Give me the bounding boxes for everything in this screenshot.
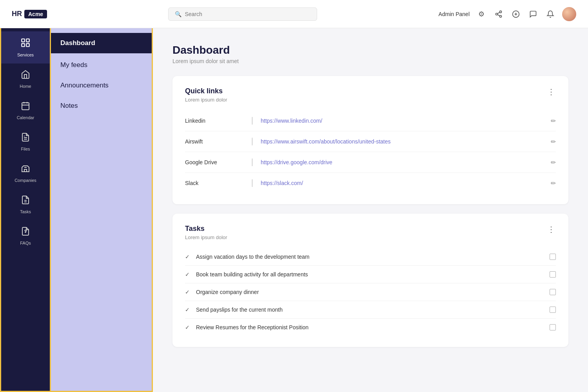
home-icon xyxy=(21,70,30,82)
quick-links-desc: Lorem ipsum dolor xyxy=(185,97,227,103)
quick-links-list: Linkedin https://www.linkedin.com/ ✏ Air… xyxy=(185,111,556,193)
sidebar-label-companies: Companies xyxy=(15,178,36,183)
list-item: ✓ Book team building activity for all de… xyxy=(185,266,556,283)
check-icon: ✓ xyxy=(185,271,190,278)
sidebar-label-faqs: FAQs xyxy=(20,241,31,245)
quick-links-title: Quick links xyxy=(185,87,227,95)
list-item: ✓ Organize company dinner xyxy=(185,283,556,301)
logo-acme-text: Acme xyxy=(24,10,47,18)
faqs-icon xyxy=(21,227,30,238)
svg-rect-18 xyxy=(24,169,27,172)
task-label: Organize company dinner xyxy=(196,289,550,295)
task-checkbox[interactable] xyxy=(550,271,556,278)
task-checkbox[interactable] xyxy=(550,289,556,295)
secondary-nav-dashboard[interactable]: Dashboard xyxy=(51,33,152,53)
secondary-nav-announcements[interactable]: Announcements xyxy=(51,75,152,96)
quick-links-card: Quick links Lorem ipsum dolor ⋮ Linkedin… xyxy=(172,76,568,204)
files-icon xyxy=(21,132,30,144)
svg-rect-12 xyxy=(22,103,29,110)
link-divider xyxy=(252,179,253,187)
list-item: ✓ Review Resumes for the Receptionist Po… xyxy=(185,319,556,336)
link-url-googledrive[interactable]: https://drive.google.com/drive xyxy=(261,159,546,165)
sidebar-item-companies[interactable]: Companies xyxy=(1,158,50,189)
svg-point-0 xyxy=(500,11,502,13)
services-icon xyxy=(20,38,31,50)
task-label: Assign vacation days to the development … xyxy=(196,254,550,260)
tasks-icon xyxy=(21,195,30,207)
link-name-slack: Slack xyxy=(185,180,244,186)
link-url-airswift[interactable]: https://www.airswift.com/about/locations… xyxy=(261,138,546,145)
calendar-icon xyxy=(21,101,30,113)
page-subtitle: Lorem ipsum dolor sit amet xyxy=(172,58,568,64)
secondary-nav-notes[interactable]: Notes xyxy=(51,96,152,116)
check-icon: ✓ xyxy=(185,324,190,330)
secondary-nav-my-feeds[interactable]: My feeds xyxy=(51,55,152,75)
search-icon: 🔍 xyxy=(175,11,181,17)
svg-rect-11 xyxy=(26,44,29,47)
svg-point-1 xyxy=(496,13,498,15)
svg-line-3 xyxy=(497,15,500,16)
edit-icon-airswift[interactable]: ✏ xyxy=(551,138,556,145)
svg-rect-9 xyxy=(26,39,29,42)
sidebar-item-files[interactable]: Files xyxy=(1,126,50,158)
list-item: Google Drive https://drive.google.com/dr… xyxy=(185,152,556,173)
message-icon[interactable] xyxy=(528,9,539,20)
sidebar-item-faqs[interactable]: FAQs xyxy=(1,220,50,252)
companies-icon xyxy=(21,164,30,176)
svg-rect-8 xyxy=(22,39,25,42)
tasks-title: Tasks xyxy=(185,225,227,233)
quick-links-header: Quick links Lorem ipsum dolor ⋮ xyxy=(185,87,556,103)
sidebar-item-services[interactable]: Services xyxy=(1,31,50,64)
topbar-right: Admin Panel ⚙ xyxy=(439,7,576,21)
edit-icon-slack[interactable]: ✏ xyxy=(551,180,556,187)
admin-panel-label: Admin Panel xyxy=(439,11,470,17)
tasks-header: Tasks Lorem ipsum dolor ⋮ xyxy=(185,225,556,240)
task-label: Book team building activity for all depa… xyxy=(196,271,550,278)
link-name-googledrive: Google Drive xyxy=(185,159,244,165)
tasks-list: ✓ Assign vacation days to the developmen… xyxy=(185,248,556,336)
gear-icon[interactable]: ⚙ xyxy=(476,9,487,20)
sidebar-item-home[interactable]: Home xyxy=(1,64,50,95)
tasks-desc: Lorem ipsum dolor xyxy=(185,234,227,240)
svg-rect-10 xyxy=(22,44,25,47)
logo[interactable]: HR Acme xyxy=(12,10,47,18)
logo-hr-text: HR xyxy=(12,10,22,18)
list-item: Linkedin https://www.linkedin.com/ ✏ xyxy=(185,111,556,131)
tasks-card: Tasks Lorem ipsum dolor ⋮ ✓ Assign vacat… xyxy=(172,214,568,347)
main-layout: Services Home Calendar xyxy=(0,28,588,392)
search-bar[interactable]: 🔍 xyxy=(168,7,317,21)
check-icon: ✓ xyxy=(185,307,190,313)
content-area: Dashboard Lorem ipsum dolor sit amet Qui… xyxy=(153,28,588,392)
sidebar-label-tasks: Tasks xyxy=(20,209,31,214)
svg-line-4 xyxy=(497,12,500,13)
list-item: ✓ Assign vacation days to the developmen… xyxy=(185,248,556,266)
list-item: Airswift https://www.airswift.com/about/… xyxy=(185,131,556,152)
topbar: HR Acme 🔍 Admin Panel ⚙ xyxy=(0,0,588,28)
add-circle-icon[interactable] xyxy=(510,9,521,20)
task-checkbox[interactable] xyxy=(550,324,556,330)
edit-icon-googledrive[interactable]: ✏ xyxy=(551,159,556,166)
link-divider xyxy=(252,117,253,125)
svg-point-2 xyxy=(500,15,502,17)
link-url-linkedin[interactable]: https://www.linkedin.com/ xyxy=(261,118,546,124)
list-item: ✓ Send payslips for the current month xyxy=(185,301,556,319)
task-checkbox[interactable] xyxy=(550,307,556,313)
link-divider xyxy=(252,158,253,166)
sidebar-item-calendar[interactable]: Calendar xyxy=(1,95,50,126)
link-url-slack[interactable]: https://slack.com/ xyxy=(261,180,546,186)
sidebar-item-tasks[interactable]: Tasks xyxy=(1,189,50,220)
sidebar-label-home: Home xyxy=(20,84,31,89)
tasks-menu-icon[interactable]: ⋮ xyxy=(547,225,556,234)
edit-icon-linkedin[interactable]: ✏ xyxy=(551,117,556,125)
avatar[interactable] xyxy=(562,7,576,21)
check-icon: ✓ xyxy=(185,254,190,260)
task-label: Review Resumes for the Receptionist Posi… xyxy=(196,324,550,330)
bell-icon[interactable] xyxy=(545,9,556,20)
link-name-linkedin: Linkedin xyxy=(185,118,244,124)
task-checkbox[interactable] xyxy=(550,254,556,260)
search-input[interactable] xyxy=(185,11,310,17)
quick-links-menu-icon[interactable]: ⋮ xyxy=(547,87,556,96)
check-icon: ✓ xyxy=(185,289,190,295)
page-title: Dashboard xyxy=(172,44,568,56)
share-icon[interactable] xyxy=(493,9,504,20)
